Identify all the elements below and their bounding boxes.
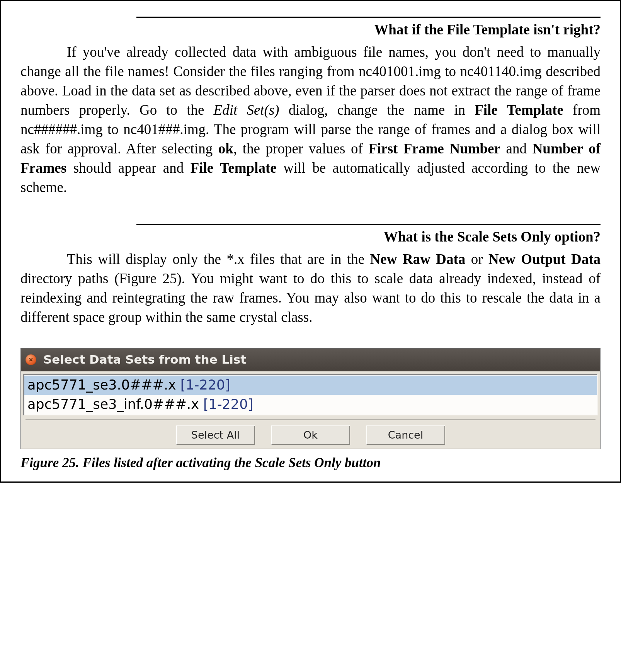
select-all-button[interactable]: Select All bbox=[176, 425, 255, 445]
text: directory paths (Figure 25). You might w… bbox=[20, 271, 601, 325]
dialog-title: Select Data Sets from the List bbox=[43, 352, 246, 368]
ok-label: ok bbox=[218, 141, 233, 157]
new-output-data-label: New Output Data bbox=[488, 251, 601, 267]
list-item-name: apc5771_se3.0###.x bbox=[27, 377, 180, 393]
section-divider bbox=[136, 17, 601, 18]
paragraph-1: If you've already collected data with am… bbox=[20, 43, 601, 197]
text: or bbox=[465, 251, 488, 267]
figure-caption: Figure 25. Files listed after activating… bbox=[20, 454, 601, 472]
section-heading-2: What is the Scale Sets Only option? bbox=[20, 227, 601, 247]
edit-sets-label: Edit Set(s) bbox=[214, 102, 279, 118]
paragraph-2: This will display only the *.x files tha… bbox=[20, 250, 601, 327]
list-item[interactable]: apc5771_se3.0###.x [1-220] bbox=[24, 376, 597, 395]
data-sets-listbox[interactable]: apc5771_se3.0###.x [1-220] apc5771_se3_i… bbox=[23, 374, 598, 415]
ok-button[interactable]: Ok bbox=[271, 425, 350, 445]
list-item[interactable]: apc5771_se3_inf.0###.x [1-220] bbox=[24, 395, 597, 414]
cancel-button[interactable]: Cancel bbox=[366, 425, 445, 445]
dialog-titlebar: × Select Data Sets from the List bbox=[21, 349, 600, 371]
file-template-label-2: File Template bbox=[191, 160, 277, 176]
first-frame-number-label: First Frame Number bbox=[368, 141, 500, 157]
section-heading-1: What if the File Template isn't right? bbox=[20, 20, 601, 39]
list-item-name: apc5771_se3_inf.0###.x bbox=[27, 396, 203, 412]
dialog-button-row: Select All Ok Cancel bbox=[26, 419, 595, 445]
dialog-body: apc5771_se3.0###.x [1-220] apc5771_se3_i… bbox=[21, 371, 600, 449]
text: and bbox=[500, 141, 533, 157]
document-page: What if the File Template isn't right? I… bbox=[0, 0, 621, 483]
text: This will display only the *.x files tha… bbox=[67, 251, 370, 267]
select-data-sets-dialog: × Select Data Sets from the List apc5771… bbox=[20, 348, 601, 449]
text: dialog, change the name in bbox=[279, 102, 475, 118]
list-item-range: [1-220] bbox=[180, 377, 230, 393]
file-template-label: File Template bbox=[475, 102, 563, 118]
new-raw-data-label: New Raw Data bbox=[370, 251, 466, 267]
text: should appear and bbox=[66, 160, 191, 176]
text: , the proper values of bbox=[233, 141, 368, 157]
section-divider bbox=[136, 224, 601, 225]
list-item-range: [1-220] bbox=[203, 396, 253, 412]
close-icon[interactable]: × bbox=[26, 354, 36, 365]
